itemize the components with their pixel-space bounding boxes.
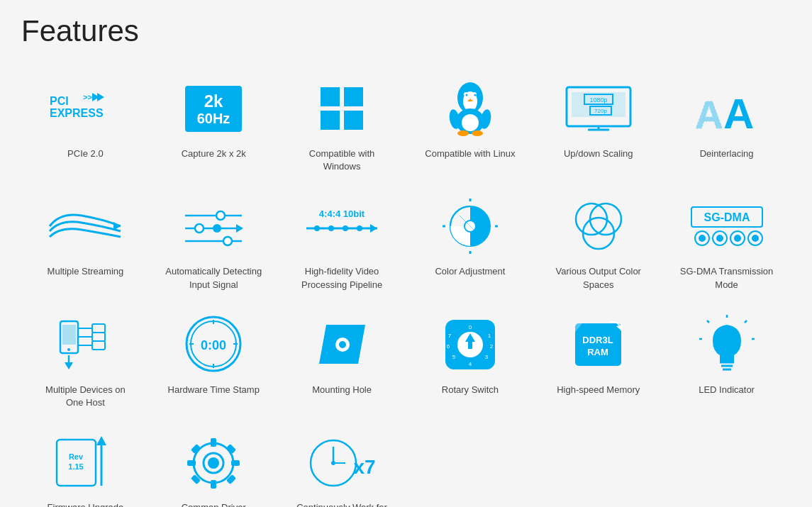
svg-text:0:00: 0:00 xyxy=(201,338,226,352)
scaling-icon: 1080p 720p xyxy=(560,77,638,140)
svg-rect-78 xyxy=(92,333,105,341)
svg-text:6: 6 xyxy=(447,343,450,350)
svg-point-50 xyxy=(357,225,362,231)
svg-rect-72 xyxy=(62,325,76,345)
svg-rect-9 xyxy=(344,87,363,106)
svg-text:x7: x7 xyxy=(353,456,375,478)
feature-label-timestamp: Hardware Time Stamp xyxy=(168,384,260,396)
feature-driver: Common Driver xyxy=(150,423,278,507)
svg-line-109 xyxy=(745,321,747,323)
svg-marker-43 xyxy=(236,224,243,233)
feature-label-driver: Common Driver xyxy=(182,501,246,507)
mounthole-icon xyxy=(303,313,381,377)
svg-rect-126 xyxy=(231,460,240,466)
coloradj-icon xyxy=(431,194,509,258)
svg-text:0: 0 xyxy=(469,324,472,330)
svg-text:720p: 720p xyxy=(594,108,607,114)
feature-autosignal: Automatically Detecting Input Signal xyxy=(150,187,278,298)
svg-text:A: A xyxy=(695,93,723,137)
feature-label-autosignal: Automatically Detecting Input Signal xyxy=(164,265,263,291)
svg-rect-77 xyxy=(92,324,105,333)
memory-icon: DDR3L RAM xyxy=(560,313,638,377)
colorspaces-icon xyxy=(560,194,638,258)
feature-multidevice: Multiple Devices on One Host xyxy=(21,306,150,416)
features-grid: PCI >> EXPRESS PCIe 2.0 2k 60Hz Capture … xyxy=(21,69,791,507)
svg-rect-11 xyxy=(344,111,363,130)
rotary-icon: 0 1 2 3 4 5 6 7 xyxy=(431,313,509,377)
feature-scaling: 1080p 720p Up/down Scaling xyxy=(534,69,662,180)
svg-point-91 xyxy=(339,341,346,348)
svg-point-39 xyxy=(216,211,225,220)
linux-icon xyxy=(431,77,509,140)
svg-text:A: A xyxy=(723,90,754,138)
svg-point-48 xyxy=(328,225,334,231)
sgdma-icon: SG-DMA xyxy=(688,194,766,258)
svg-text:1: 1 xyxy=(488,333,491,339)
feature-label-pcie: PCIe 2.0 xyxy=(67,147,104,160)
feature-rotary: 0 1 2 3 4 5 6 7 Rotary Switch xyxy=(406,306,534,416)
feature-streaming: Multiple Streaming xyxy=(21,187,150,298)
feature-windows: Compatible with Windows xyxy=(278,69,406,180)
continuous-icon: x7 xyxy=(303,430,381,494)
feature-label-linux: Compatible with Linux xyxy=(425,147,515,160)
svg-point-73 xyxy=(67,348,70,351)
svg-rect-8 xyxy=(321,87,340,106)
svg-text:60Hz: 60Hz xyxy=(197,111,230,126)
streaming-icon xyxy=(46,194,124,258)
feature-pcie: PCI >> EXPRESS PCIe 2.0 xyxy=(21,69,150,180)
driver-icon xyxy=(174,430,252,494)
feature-label-continuous: Continuously Work for 24h x7 xyxy=(292,501,391,507)
svg-point-17 xyxy=(474,94,476,96)
feature-sgdma: SG-DMA SG-DMA Transmission Mode xyxy=(662,187,791,298)
feature-label-memory: High-speed Memory xyxy=(557,384,640,396)
feature-colorspaces: Various Output Color Spaces xyxy=(534,187,662,298)
svg-point-20 xyxy=(462,114,479,131)
svg-rect-123 xyxy=(211,438,216,447)
feature-memory: DDR3L RAM High-speed Memory xyxy=(534,306,662,416)
feature-label-deinterlacing: Deinterlacing xyxy=(700,147,754,160)
svg-text:SG-DMA: SG-DMA xyxy=(703,211,750,223)
feature-capture2k: 2k 60Hz Capture 2k x 2k xyxy=(150,69,278,180)
feature-label-sgdma: SG-DMA Transmission Mode xyxy=(677,265,777,291)
svg-point-49 xyxy=(343,225,348,231)
feature-label-streaming: Multiple Streaming xyxy=(48,265,124,278)
svg-point-64 xyxy=(699,235,706,242)
feature-label-capture2k: Capture 2k x 2k xyxy=(182,147,246,160)
feature-label-scaling: Up/down Scaling xyxy=(564,147,633,160)
deinterlacing-icon: A A xyxy=(688,77,766,140)
feature-led: LED Indicator xyxy=(662,306,791,416)
feature-label-coloradj: Color Adjustment xyxy=(435,265,505,278)
feature-label-firmware: Firmware Upgrade xyxy=(48,501,124,507)
svg-text:DDR3L: DDR3L xyxy=(583,335,613,345)
feature-deinterlacing: A A Deinterlacing xyxy=(662,69,791,180)
feature-label-mounthole: Mounting Hole xyxy=(312,384,372,396)
feature-label-rotary: Rotary Switch xyxy=(442,384,499,396)
capture2k-icon: 2k 60Hz xyxy=(174,77,252,140)
feature-label-multidevice: Multiple Devices on One Host xyxy=(35,384,135,409)
feature-hfvp: 4:4:4 10bit High-fidelity Video Processi… xyxy=(278,187,406,298)
svg-text:>>: >> xyxy=(83,93,92,101)
svg-point-40 xyxy=(195,224,204,233)
feature-label-hfvp: High-fidelity Video Processing Pipeline xyxy=(292,265,391,291)
svg-rect-103 xyxy=(468,340,472,349)
hfvp-icon: 4:4:4 10bit xyxy=(303,194,381,258)
svg-marker-4 xyxy=(97,93,104,101)
svg-text:2k: 2k xyxy=(204,91,223,111)
page-title: Features xyxy=(21,14,791,48)
feature-continuous: x7 Continuously Work for 24h x7 xyxy=(278,423,406,507)
svg-point-41 xyxy=(213,224,221,233)
svg-text:Rev: Rev xyxy=(69,452,84,461)
autosignal-icon xyxy=(174,194,252,258)
svg-text:4:4:4 10bit: 4:4:4 10bit xyxy=(319,208,365,219)
feature-timestamp: 0:00 Hardware Time Stamp xyxy=(150,306,278,416)
svg-point-131 xyxy=(208,457,219,469)
feature-label-colorspaces: Various Output Color Spaces xyxy=(549,265,648,291)
feature-label-led: LED Indicator xyxy=(699,384,755,396)
svg-marker-46 xyxy=(370,224,377,233)
svg-text:7: 7 xyxy=(448,333,452,339)
timestamp-icon: 0:00 xyxy=(174,313,252,377)
svg-text:5: 5 xyxy=(452,354,456,360)
feature-mounthole: Mounting Hole xyxy=(278,306,406,416)
svg-rect-125 xyxy=(187,460,196,466)
svg-point-22 xyxy=(472,130,483,136)
